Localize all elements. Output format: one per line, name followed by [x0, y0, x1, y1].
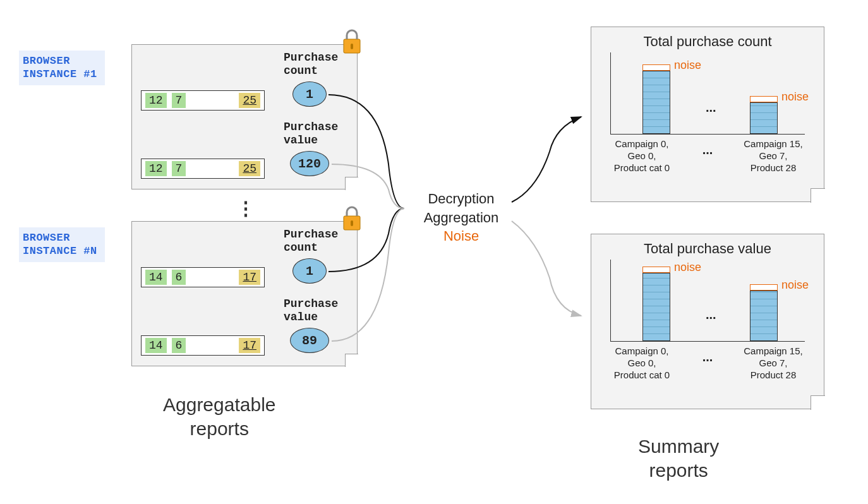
x-axis-labels: Campaign 0, Geo 0, Product cat 0 ... Cam… [591, 135, 824, 174]
bar-1-noise [642, 267, 670, 273]
purchase-value-label: Purchase value [284, 297, 338, 323]
key-product: 17 [239, 270, 260, 285]
bar-1-noise [642, 64, 670, 71]
xlabel-1: Campaign 0, Geo 0, Product cat 0 [604, 345, 680, 381]
reportn-key-row-count: 14 6 17 [141, 267, 265, 287]
key-campaign: 12 [145, 161, 167, 176]
chart-title-value: Total purchase value [591, 234, 824, 260]
purchase-count-value: 1 [292, 258, 327, 284]
chart-ellipsis: ... [706, 100, 716, 115]
key-geo: 6 [172, 270, 186, 285]
aggregation-process-label: Decryption Aggregation Noise [417, 189, 505, 246]
vertical-ellipsis: ⋮ [236, 197, 255, 219]
lock-icon [341, 29, 363, 57]
bar-1 [642, 71, 670, 134]
key-product: 17 [239, 338, 260, 353]
summary-report-value: Total purchase value noise ... noise Cam… [591, 234, 824, 409]
report1-key-row-count: 12 7 25 [141, 90, 265, 111]
key-geo: 6 [172, 338, 186, 353]
aggregatable-report-n: 14 6 17 Purchase count 1 14 6 17 Purchas… [131, 221, 358, 366]
noise-label-2: noise [781, 90, 809, 104]
xlabel-1: Campaign 0, Geo 0, Product cat 0 [604, 138, 680, 174]
noise-label-1: noise [674, 59, 701, 72]
report1-key-row-value: 12 7 25 [141, 159, 265, 179]
decryption-text: Decryption [417, 189, 505, 208]
key-geo: 7 [172, 93, 186, 108]
chart-ellipsis: ... [706, 308, 716, 322]
purchase-count-value: 1 [292, 81, 327, 107]
bar-2 [750, 291, 778, 341]
chart-area-count: noise ... noise [610, 52, 805, 135]
bar-2-noise [750, 96, 778, 102]
noise-label-2: noise [781, 279, 809, 292]
aggregation-text: Aggregation [417, 208, 505, 227]
browser-instance-1-tag: BROWSER INSTANCE #1 [19, 51, 105, 85]
noise-text: Noise [417, 227, 505, 246]
summary-reports-label: Summary reports [638, 435, 719, 482]
key-campaign: 14 [145, 270, 167, 285]
lock-icon [341, 206, 363, 234]
purchase-value-value: 120 [290, 151, 329, 176]
purchase-value-value: 89 [290, 328, 329, 353]
xlabel-2: Campaign 15, Geo 7, Product 28 [735, 138, 811, 174]
bar-2-noise [750, 284, 778, 291]
browser-instance-n-tag: BROWSER INSTANCE #N [19, 227, 105, 262]
summary-report-count: Total purchase count noise ... noise Cam… [591, 27, 824, 202]
aggregatable-report-1: 12 7 25 Purchase count 1 12 7 25 Purchas… [131, 44, 358, 189]
key-product: 25 [239, 161, 260, 176]
x-axis-labels: Campaign 0, Geo 0, Product cat 0 ... Cam… [591, 342, 824, 381]
chart-title-count: Total purchase count [591, 27, 824, 52]
aggregatable-reports-label: Aggregatable reports [163, 393, 275, 440]
key-campaign: 14 [145, 338, 167, 353]
purchase-count-label: Purchase count [284, 51, 338, 77]
xlabel-2: Campaign 15, Geo 7, Product 28 [735, 345, 811, 381]
purchase-value-label: Purchase value [284, 121, 338, 147]
key-product: 25 [239, 93, 260, 108]
bar-1 [642, 273, 670, 341]
bar-2 [750, 102, 778, 134]
xlabel-dots: ... [702, 349, 713, 378]
svg-rect-1 [351, 44, 353, 49]
svg-rect-3 [351, 220, 353, 226]
chart-area-value: noise ... noise [610, 260, 805, 342]
purchase-count-label: Purchase count [284, 228, 338, 254]
xlabel-dots: ... [702, 142, 713, 171]
key-geo: 7 [172, 161, 186, 176]
reportn-key-row-value: 14 6 17 [141, 335, 265, 356]
key-campaign: 12 [145, 93, 167, 108]
noise-label-1: noise [674, 261, 701, 274]
